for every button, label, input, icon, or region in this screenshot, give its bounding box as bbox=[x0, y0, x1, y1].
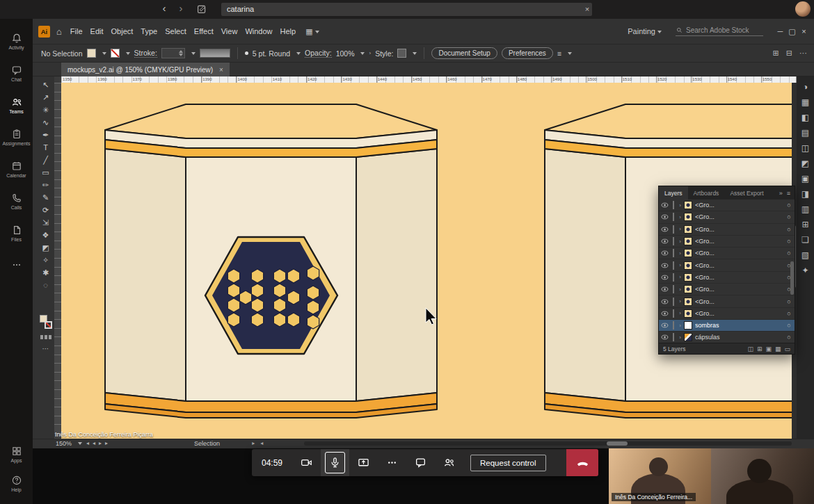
share-screen-button[interactable] bbox=[349, 449, 378, 476]
tool-direct-selection[interactable]: ↗ bbox=[40, 92, 52, 103]
visibility-eye-icon[interactable] bbox=[659, 263, 671, 268]
menu-item[interactable]: Select bbox=[165, 27, 186, 35]
target-circle-icon[interactable]: ○ bbox=[783, 310, 795, 317]
layers-footer-icon[interactable]: ▭ bbox=[784, 346, 790, 352]
lock-column[interactable] bbox=[673, 237, 674, 245]
microphone-button[interactable] bbox=[321, 449, 349, 476]
ruler-origin[interactable] bbox=[54, 76, 61, 83]
layer-row[interactable]: › <Gro... ○ bbox=[659, 211, 795, 223]
sidebar-item-help[interactable]: Help bbox=[0, 468, 33, 500]
back-icon[interactable]: ‹ bbox=[159, 2, 170, 14]
document-setup-button[interactable]: Document Setup bbox=[431, 47, 497, 59]
layer-label[interactable]: <Gro... bbox=[695, 262, 783, 269]
lock-column[interactable] bbox=[673, 298, 674, 306]
tool-magic-wand[interactable]: ✳ bbox=[40, 105, 52, 115]
dropdown-caret-icon[interactable] bbox=[191, 52, 195, 55]
arrange-documents-icon[interactable]: ▦ bbox=[305, 27, 319, 36]
sidebar-item-apps[interactable]: Apps bbox=[0, 439, 33, 471]
panel-icon-stroke[interactable]: ◩ bbox=[800, 158, 811, 168]
sidebar-item-calls[interactable]: Calls bbox=[0, 186, 33, 218]
menu-item[interactable]: Effect bbox=[194, 27, 214, 35]
target-circle-icon[interactable]: ○ bbox=[783, 334, 795, 341]
panel-icon-symbols[interactable]: ◫ bbox=[800, 143, 811, 153]
opacity-label[interactable]: Opacity: bbox=[305, 49, 332, 58]
panel-icon-graphic-styles[interactable]: ⊞ bbox=[800, 220, 811, 229]
tool-shaper[interactable]: ✎ bbox=[40, 193, 52, 203]
layer-row[interactable]: › <Gro... ○ bbox=[659, 224, 795, 236]
participant-video[interactable]: Inês Da Conceição Ferreira... bbox=[609, 448, 711, 504]
dropdown-caret-icon[interactable] bbox=[102, 52, 106, 55]
width-profile-dropdown[interactable] bbox=[200, 49, 230, 58]
layer-label[interactable]: cápsulas bbox=[695, 334, 783, 341]
panel-icon-swatches[interactable]: ◧ bbox=[800, 113, 811, 122]
request-control-button[interactable]: Request control bbox=[470, 455, 546, 471]
expand-chevron-icon[interactable]: › bbox=[676, 214, 684, 220]
lock-column[interactable] bbox=[673, 285, 674, 293]
workspace-switcher[interactable]: Painting bbox=[628, 27, 662, 35]
lock-column[interactable] bbox=[673, 261, 674, 270]
stroke-label[interactable]: Stroke: bbox=[134, 49, 157, 58]
layer-row[interactable]: › <Gro... ○ bbox=[659, 247, 795, 259]
stroke-weight-stepper[interactable] bbox=[161, 48, 185, 58]
tool-eyedropper[interactable]: ✧ bbox=[40, 255, 52, 266]
lock-column[interactable] bbox=[673, 249, 674, 257]
panel-tab-layers[interactable]: Layers bbox=[659, 186, 688, 200]
tool-zoom[interactable]: ◌ bbox=[40, 280, 52, 291]
layer-row[interactable]: › <Gro... ○ bbox=[659, 308, 795, 320]
expand-chevron-icon[interactable]: › bbox=[676, 226, 684, 232]
menu-item[interactable]: Type bbox=[141, 27, 157, 35]
lock-column[interactable] bbox=[673, 309, 674, 318]
artboard-nav-icon[interactable]: ▸ bbox=[99, 440, 102, 446]
more-options-button[interactable] bbox=[378, 449, 406, 476]
panel-header-icon[interactable]: » bbox=[779, 190, 783, 197]
sidebar-item-chat[interactable]: Chat bbox=[0, 58, 33, 90]
expand-chevron-icon[interactable]: › bbox=[676, 286, 684, 293]
layer-label[interactable]: <Gro... bbox=[695, 310, 783, 317]
expand-chevron-icon[interactable]: › bbox=[676, 250, 684, 257]
layer-row[interactable]: › <Gro... ○ bbox=[659, 200, 795, 211]
visibility-eye-icon[interactable] bbox=[659, 202, 671, 208]
layers-footer-icon[interactable]: ◫ bbox=[747, 346, 753, 352]
horizontal-scrollbar-thumb[interactable] bbox=[607, 441, 628, 446]
stroke-color-swatch[interactable] bbox=[111, 49, 120, 58]
lock-column[interactable] bbox=[673, 321, 674, 330]
visibility-eye-icon[interactable] bbox=[659, 334, 671, 340]
fill-stroke-swatches[interactable] bbox=[40, 315, 52, 329]
panel-icon-color-guide[interactable]: ▦ bbox=[800, 97, 811, 107]
horizontal-scrollbar[interactable] bbox=[304, 441, 792, 446]
layer-label[interactable]: <Gro... bbox=[695, 226, 783, 233]
status-icon[interactable]: ▸ bbox=[252, 440, 255, 446]
sidebar-item-more[interactable] bbox=[0, 250, 33, 282]
panel-icon-gradient[interactable]: ▣ bbox=[800, 174, 811, 184]
panel-icon-libraries[interactable]: ✦ bbox=[800, 266, 811, 275]
visibility-eye-icon[interactable] bbox=[659, 311, 671, 316]
layer-row[interactable]: › <Gro... ○ bbox=[659, 284, 795, 295]
target-circle-icon[interactable]: ○ bbox=[783, 213, 795, 220]
menu-item[interactable]: Edit bbox=[90, 27, 104, 35]
toolbar-more-icon[interactable]: ⋯ bbox=[42, 345, 49, 352]
menu-item[interactable]: View bbox=[221, 27, 238, 35]
tool-lasso[interactable]: ∿ bbox=[40, 117, 52, 128]
brush-name[interactable]: 5 pt. Round bbox=[253, 49, 290, 58]
tool-type[interactable]: T bbox=[40, 143, 52, 153]
target-circle-icon[interactable]: ○ bbox=[783, 298, 795, 305]
style-swatch[interactable] bbox=[397, 49, 406, 58]
layers-footer-icon[interactable]: ▦ bbox=[775, 346, 781, 352]
restore-button[interactable]: ▢ bbox=[786, 27, 798, 36]
menu-item[interactable]: Object bbox=[111, 27, 134, 35]
layer-row[interactable]: › <Gro... ○ bbox=[659, 272, 795, 284]
dropdown-caret-icon[interactable] bbox=[568, 52, 572, 55]
visibility-eye-icon[interactable] bbox=[659, 286, 671, 292]
layer-row[interactable]: › <Gro... ○ bbox=[659, 259, 795, 271]
layer-row[interactable]: › cápsulas ○ bbox=[659, 332, 795, 343]
menu-item[interactable]: Help bbox=[280, 27, 296, 35]
adobe-stock-search[interactable]: Search Adobe Stock bbox=[676, 26, 763, 36]
fill-color-swatch[interactable] bbox=[87, 49, 96, 58]
minimize-button[interactable]: ─ bbox=[774, 27, 786, 36]
panel-toggle-icon[interactable]: ⊞ bbox=[773, 49, 779, 58]
lock-column[interactable] bbox=[673, 225, 674, 234]
lock-column[interactable] bbox=[673, 213, 674, 221]
lock-column[interactable] bbox=[673, 333, 674, 341]
avatar[interactable] bbox=[795, 1, 811, 17]
visibility-eye-icon[interactable] bbox=[659, 323, 671, 328]
